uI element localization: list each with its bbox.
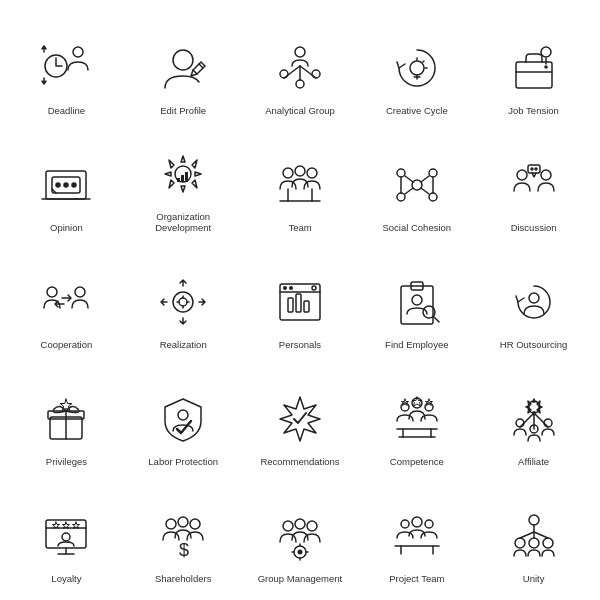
icon-grid: Deadline Edit Profile [0,0,600,600]
hr-outsourcing-icon [502,270,566,334]
competence-icon [385,387,449,451]
job-tension-label: Job Tension [508,105,559,116]
find-employee-icon [385,270,449,334]
icon-cell-find-employee: Find Employee [358,242,475,359]
svg-point-49 [535,168,537,170]
svg-point-29 [295,166,305,176]
svg-point-65 [312,286,316,290]
icon-cell-affiliate: Affiliate [475,358,592,475]
svg-rect-47 [528,165,540,173]
icon-cell-labor-protection: Labor Protection [125,358,242,475]
labor-protection-label: Labor Protection [148,456,218,467]
svg-line-40 [421,176,429,182]
svg-point-37 [397,193,405,201]
opinion-icon [34,153,98,217]
svg-point-36 [429,169,437,177]
edit-profile-icon [151,36,215,100]
svg-point-52 [173,292,193,312]
svg-point-48 [531,168,533,170]
svg-point-71 [529,293,539,303]
icon-cell-cooperation: Cooperation [8,242,125,359]
svg-point-38 [429,193,437,201]
project-team-icon [385,504,449,568]
svg-point-46 [541,170,551,180]
svg-point-92 [62,533,70,541]
svg-point-3 [295,47,305,57]
team-icon [268,153,332,217]
svg-line-12 [423,61,424,62]
group-management-label: Group Management [258,573,343,584]
svg-point-103 [297,549,302,554]
team-label: Team [288,222,311,233]
deadline-label: Deadline [48,105,86,116]
project-team-label: Project Team [389,573,444,584]
svg-point-51 [75,287,85,297]
unity-icon [502,504,566,568]
loyalty-icon [34,504,98,568]
opinion-label: Opinion [50,222,83,233]
icon-cell-recommendations: Recommendations [242,358,359,475]
svg-point-75 [178,410,188,420]
cooperation-label: Cooperation [41,339,93,350]
svg-point-35 [397,169,405,177]
svg-point-28 [283,168,293,178]
realization-icon [151,270,215,334]
svg-point-87 [516,419,524,427]
svg-point-21 [56,183,60,187]
svg-point-50 [47,287,57,297]
icon-cell-analytical-group: Analytical Group [242,8,359,125]
svg-point-114 [529,515,539,525]
labor-protection-icon [151,387,215,451]
svg-line-70 [434,317,439,322]
icon-cell-unity: Unity [475,475,592,592]
icon-cell-creative-cycle: Creative Cycle [358,8,475,125]
svg-line-39 [405,176,413,182]
svg-line-118 [534,532,548,538]
icon-cell-shareholders: $ Shareholders [125,475,242,592]
social-cohesion-label: Social Cohesion [382,222,451,233]
svg-point-2 [173,50,193,70]
icon-cell-org-dev: Organization Development [125,125,242,242]
discussion-label: Discussion [511,222,557,233]
job-tension-icon [502,36,566,100]
loyalty-label: Loyalty [51,573,81,584]
personals-label: Personals [279,339,321,350]
svg-point-77 [412,398,422,408]
icon-cell-social-cohesion: Social Cohesion [358,125,475,242]
analytical-group-icon [268,36,332,100]
hr-outsourcing-label: HR Outsourcing [500,339,568,350]
icon-cell-competence: Competence [358,358,475,475]
recommendations-label: Recommendations [260,456,339,467]
icon-cell-opinion: Opinion [8,125,125,242]
svg-rect-64 [304,301,309,312]
svg-point-100 [307,521,317,531]
org-dev-label: Organization Development [138,211,228,234]
svg-rect-90 [46,520,86,548]
svg-point-120 [529,538,539,548]
svg-point-99 [283,521,293,531]
svg-point-22 [64,183,68,187]
svg-point-101 [295,519,305,529]
edit-profile-label: Edit Profile [160,105,206,116]
creative-cycle-icon [385,36,449,100]
recommendations-icon [268,387,332,451]
svg-text:$: $ [179,540,189,560]
cooperation-icon [34,270,98,334]
svg-point-97 [178,517,188,527]
svg-point-121 [543,538,553,548]
affiliate-label: Affiliate [518,456,549,467]
shareholders-icon: $ [151,504,215,568]
svg-point-110 [425,520,433,528]
org-dev-icon [151,142,215,206]
discussion-icon [502,153,566,217]
svg-point-60 [283,286,287,290]
icon-cell-team: Team [242,125,359,242]
svg-point-109 [412,517,422,527]
svg-point-45 [517,170,527,180]
svg-point-53 [179,298,187,306]
icon-cell-project-team: Project Team [358,475,475,592]
svg-point-8 [296,80,304,88]
svg-point-7 [280,70,288,78]
analytical-group-label: Analytical Group [265,105,335,116]
shareholders-label: Shareholders [155,573,212,584]
